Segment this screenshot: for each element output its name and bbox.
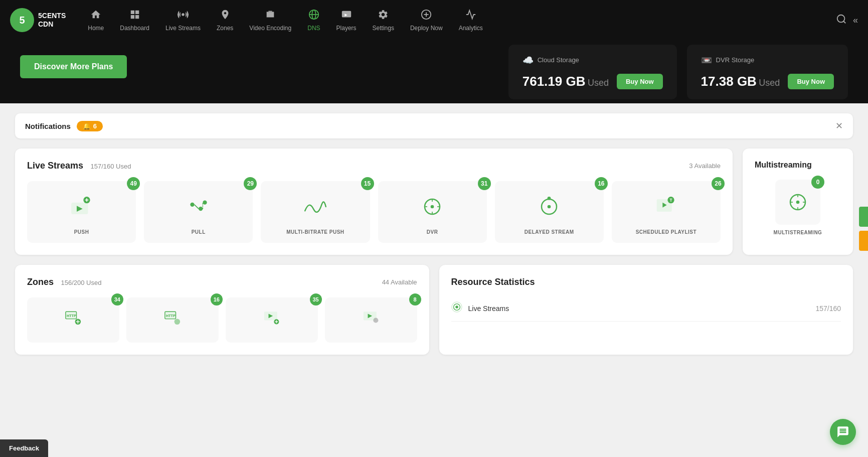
bell-icon: 🔔	[83, 122, 91, 130]
live-streams-available: 3 Available	[689, 162, 721, 170]
zone3-badge: 35	[310, 293, 322, 306]
svg-point-27	[548, 205, 551, 209]
svg-line-9	[843, 21, 845, 23]
bottom-grid: Zones 156/200 Used 44 Available 34 HTTP	[15, 265, 853, 355]
main-content: Notifications 🔔 6 ✕ Live Streams 157/160…	[0, 103, 868, 365]
resource-live-value: 157/160	[815, 304, 841, 313]
sidebar-item-dashboard[interactable]: Dashboard	[113, 5, 156, 36]
zone2-icon: HTTP	[163, 308, 182, 330]
zone1-badge: 34	[111, 293, 123, 306]
zone-http-pull[interactable]: 34 HTTP	[27, 297, 119, 343]
nav-actions: «	[836, 14, 858, 27]
home-icon	[90, 9, 101, 23]
stream-type-dvr[interactable]: 31 DVR	[378, 181, 487, 243]
hero-section: Discover More Plans ☁️ Cloud Storage 761…	[0, 40, 868, 103]
delayed-badge: 16	[595, 177, 608, 190]
dvr-stream-icon	[415, 189, 450, 224]
notifications-bar: Notifications 🔔 6 ✕	[15, 113, 853, 138]
live-streams-used: 157/160 Used	[91, 163, 131, 170]
sidebar-item-players[interactable]: Players	[329, 5, 364, 36]
logo-text: 5CENTSCDN	[38, 12, 66, 29]
cloud-storage-buy-button[interactable]: Buy Now	[617, 74, 663, 89]
multibitrate-badge: 15	[361, 177, 374, 190]
zones-title: Zones	[27, 277, 54, 287]
discover-plans-button[interactable]: Discover More Plans	[20, 55, 127, 78]
collapse-icon[interactable]: «	[853, 15, 858, 26]
live-streams-section: Live Streams 157/160 Used 3 Available 49	[15, 148, 733, 255]
resource-row-live-streams: Live Streams 157/160	[451, 295, 841, 322]
dvr-icon: 📼	[701, 55, 712, 66]
zone-vod-pull[interactable]: 8	[325, 297, 417, 343]
multibitrate-icon	[298, 189, 333, 224]
svg-point-55	[455, 306, 458, 309]
live-streams-grid: Live Streams 157/160 Used 3 Available 49	[15, 148, 853, 255]
zone4-badge: 8	[409, 293, 421, 306]
scheduled-badge: 26	[712, 177, 725, 190]
delayed-label: DELAYED STREAM	[525, 229, 574, 235]
resource-statistics-title: Resource Statistics	[451, 277, 841, 287]
stream-type-multibitrate[interactable]: 15 MULTI-BITRATE PUSH	[261, 181, 370, 243]
resource-live-icon	[451, 301, 462, 315]
zone4-icon	[362, 308, 380, 330]
dvr-storage-buy-button[interactable]: Buy Now	[788, 74, 834, 89]
sidebar-item-zones[interactable]: Zones	[210, 5, 240, 36]
zones-available: 44 Available	[382, 278, 417, 286]
settings-icon	[378, 9, 389, 23]
side-notifications	[859, 207, 868, 251]
svg-rect-4	[341, 11, 351, 17]
sidebar-item-settings[interactable]: Settings	[366, 5, 401, 36]
pull-badge: 29	[244, 177, 257, 190]
svg-point-15	[190, 203, 194, 207]
sidebar-item-analytics[interactable]: Analytics	[452, 5, 490, 36]
side-notification-orange[interactable]	[859, 231, 868, 251]
zones-section: Zones 156/200 Used 44 Available 34 HTTP	[15, 265, 429, 355]
stream-type-pull[interactable]: 29 PULL	[144, 181, 253, 243]
scheduled-label: SCHEDULED PLAYLIST	[636, 229, 697, 235]
video-encoding-icon	[265, 9, 276, 23]
sidebar-item-dns[interactable]: DNS	[300, 5, 327, 36]
logo[interactable]: 5 5CENTSCDN	[10, 8, 66, 32]
zone-http-push[interactable]: 16 HTTP	[126, 297, 219, 343]
dvr-label: DVR	[427, 229, 438, 235]
sidebar-item-live-streams[interactable]: Live Streams	[158, 5, 208, 36]
svg-point-34	[796, 201, 800, 204]
stream-type-scheduled[interactable]: 26 T SCHEDULED PLAYLIST	[612, 181, 721, 243]
multistreaming-card-button[interactable]: 0	[775, 180, 820, 225]
notifications-label: Notifications	[25, 122, 71, 130]
zones-used: 156/200 Used	[61, 279, 101, 286]
scheduled-icon: T	[648, 189, 683, 224]
dvr-storage-title: 📼 DVR Storage	[701, 55, 834, 66]
side-notification-green[interactable]	[859, 207, 868, 227]
push-icon	[64, 189, 99, 224]
logo-icon: 5	[10, 8, 34, 32]
stream-type-push[interactable]: 49 PUSH	[27, 181, 136, 243]
sidebar-item-video-encoding[interactable]: Video Encoding	[242, 5, 298, 36]
push-label: PUSH	[74, 229, 89, 235]
notifications-badge[interactable]: 🔔 6	[77, 121, 103, 131]
svg-point-0	[182, 13, 185, 16]
resource-statistics-section: Resource Statistics Live Streams 157/160	[439, 265, 853, 355]
svg-text:HTTP: HTTP	[166, 314, 176, 318]
notifications-left: Notifications 🔔 6	[25, 121, 103, 131]
svg-point-54	[373, 318, 378, 323]
push-badge: 49	[127, 177, 140, 190]
search-icon[interactable]	[836, 14, 847, 27]
cloud-storage-title: ☁️ Cloud Storage	[523, 55, 663, 66]
cloud-icon: ☁️	[523, 55, 534, 66]
zone-cards: 34 HTTP 16	[27, 297, 417, 343]
notifications-close-button[interactable]: ✕	[835, 120, 843, 131]
zone-vod-push[interactable]: 35	[226, 297, 318, 343]
sidebar-item-home[interactable]: Home	[81, 5, 111, 36]
stream-type-delayed[interactable]: 16 DELAYED STREAM	[495, 181, 604, 243]
sidebar-item-deploy-now[interactable]: Deploy Now	[403, 5, 450, 36]
svg-point-16	[199, 207, 203, 211]
live-streams-title: Live Streams	[27, 161, 83, 171]
zone2-badge: 16	[211, 293, 223, 306]
nav-items: Home Dashboard Live Streams Zones	[81, 5, 836, 36]
live-streams-icon	[178, 9, 189, 23]
analytics-icon	[465, 9, 476, 23]
hero-storage-cards: ☁️ Cloud Storage 761.19 GB Used Buy Now …	[508, 40, 848, 103]
stream-types-grid: 49 PUSH 29	[27, 181, 721, 243]
cloud-storage-amount: 761.19 GB Used Buy Now	[523, 74, 663, 89]
svg-point-21	[431, 205, 434, 209]
